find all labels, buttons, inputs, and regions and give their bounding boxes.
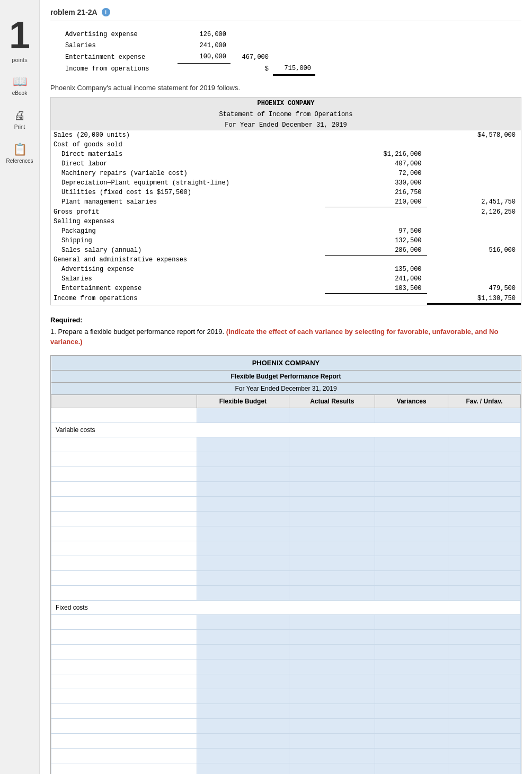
var-row-4: [51, 481, 521, 496]
col-header-blank: [51, 394, 197, 408]
cogs-plant-mgmt-label: Plant management salaries: [51, 197, 325, 207]
fix-row-3: [51, 644, 521, 659]
cogs-plant-mgmt-amount1: 210,000: [325, 197, 427, 207]
required-section: Required: 1. Prepare a flexible budget p…: [50, 316, 521, 347]
info-icon[interactable]: i: [102, 8, 110, 16]
cogs-direct-materials-amount: $1,216,000: [325, 149, 427, 159]
cogs-plant-mgmt-amount2: 2,451,750: [427, 197, 521, 207]
section-intro-text: Phoenix Company's actual income statemen…: [50, 84, 521, 92]
sidebar-item-print[interactable]: 🖨 Print: [0, 102, 39, 136]
col-header-fav-unfav: Fav. / Unfav.: [448, 394, 520, 408]
main-content: roblem 21-2A i Advertising expense 126,0…: [40, 0, 532, 774]
selling-salary-label: Sales salary (annual): [51, 245, 325, 256]
income-ops-amount: $1,130,750: [427, 294, 521, 304]
top-financial-data: Advertising expense 126,000 Salaries 241…: [50, 29, 521, 76]
gross-profit-label: Gross profit: [51, 207, 325, 217]
cogs-depreciation-label: Depreciation—Plant equipment (straight-l…: [51, 178, 325, 188]
sidebar: 1 points 📖 eBook 🖨 Print 📋 References: [0, 0, 40, 774]
print-icon: 🖨: [14, 109, 25, 122]
selling-salary-amount1: 286,000: [325, 245, 427, 256]
ga-entertainment-amount1: 103,500: [325, 284, 427, 294]
ga-advertising-amount: 135,000: [325, 265, 427, 274]
var-row-9: [51, 556, 521, 570]
col-header-variances: Variances: [375, 394, 448, 408]
col-header-flexible-budget: Flexible Budget: [197, 394, 289, 408]
cogs-direct-labor-amount: 407,000: [325, 159, 427, 169]
var-row-8: [51, 541, 521, 556]
cogs-machinery-label: Machinery repairs (variable cost): [51, 169, 325, 178]
ga-salaries-amount: 241,000: [325, 274, 427, 284]
selling-packaging-amount: 97,500: [325, 226, 427, 236]
fixed-costs-label: Fixed costs: [51, 600, 521, 614]
references-icon: 📋: [13, 143, 27, 156]
cogs-direct-labor-label: Direct labor: [51, 159, 325, 169]
var-row-1-favunfav[interactable]: [453, 441, 516, 448]
cogs-utilities-amount: 216,750: [325, 188, 427, 197]
income-title: Statement of Income from Operations: [51, 109, 521, 120]
var-row-2: [51, 452, 521, 467]
page-title: roblem 21-2A: [50, 8, 97, 16]
income-ops-label: Income from operations: [51, 294, 325, 304]
var-row-1-label[interactable]: [56, 441, 192, 448]
fix-row-4: [51, 659, 521, 674]
income-company-name: PHOENIX COMPANY: [51, 98, 521, 109]
gross-profit-amount: 2,126,250: [427, 207, 521, 217]
var-row-3: [51, 467, 521, 481]
ga-label: General and administrative expenses: [51, 255, 325, 265]
fix-row-10: [51, 748, 521, 763]
sidebar-item-ebook[interactable]: 📖 eBook: [0, 68, 39, 102]
income-statement-table: PHOENIX COMPANY Statement of Income from…: [50, 97, 521, 305]
flex-budget-table-wrapper: PHOENIX COMPANY Flexible Budget Performa…: [50, 355, 521, 774]
var-row-2-label[interactable]: [56, 455, 192, 463]
var-row-1: [51, 437, 521, 452]
col-header-actual-results: Actual Results: [289, 394, 375, 408]
selling-shipping-amount: 132,500: [325, 236, 427, 245]
fix-row-7: [51, 703, 521, 718]
income-period: For Year Ended December 31, 2019: [51, 120, 521, 130]
var-row-10: [51, 570, 521, 585]
var-row-1-flex[interactable]: [201, 441, 285, 448]
fix-row-8: [51, 718, 521, 733]
required-label: Required:: [50, 316, 521, 324]
ga-entertainment-label: Entertainment expense: [51, 284, 325, 294]
sales-amount: $4,578,000: [427, 130, 521, 140]
print-label: Print: [14, 124, 25, 130]
selling-salary-amount2: 516,000: [427, 245, 521, 256]
cogs-direct-materials-label: Direct materials: [51, 149, 325, 159]
ga-entertainment-amount2: 479,500: [427, 284, 521, 294]
required-text1: 1. Prepare a flexible budget performance…: [50, 328, 224, 336]
ga-advertising-label: Advertising expense: [51, 265, 325, 274]
cogs-utilities-label: Utilities (fixed cost is $157,500): [51, 188, 325, 197]
cogs-depreciation-amount: 330,000: [325, 178, 427, 188]
points-number: 1: [9, 5, 30, 57]
cogs-machinery-amount: 72,000: [325, 169, 427, 178]
selling-shipping-label: Shipping: [51, 236, 325, 245]
variable-costs-label: Variable costs: [51, 423, 521, 437]
sales-label: Sales (20,000 units): [51, 130, 325, 140]
flex-budget-table: PHOENIX COMPANY Flexible Budget Performa…: [51, 356, 521, 774]
page-header: roblem 21-2A i: [50, 8, 521, 21]
var-row-7: [51, 526, 521, 541]
flex-column-headers: Flexible Budget Actual Results Variances…: [51, 394, 521, 408]
ebook-label: eBook: [12, 90, 27, 96]
cogs-label: Cost of goods sold: [51, 140, 325, 149]
flex-title: Flexible Budget Performance Report: [51, 370, 521, 382]
empty-row-2: [51, 585, 521, 600]
var-row-1-actual[interactable]: [294, 441, 370, 448]
fix-row-11: [51, 763, 521, 774]
fix-row-6: [51, 689, 521, 703]
fix-row-5: [51, 674, 521, 689]
selling-label: Selling expenses: [51, 217, 325, 226]
flex-period: For Year Ended December 31, 2019: [51, 382, 521, 394]
var-row-5: [51, 496, 521, 511]
fix-row-2: [51, 629, 521, 644]
var-row-1-variance[interactable]: [379, 441, 443, 448]
fixed-costs-label-row: Fixed costs: [51, 600, 521, 614]
references-label: References: [6, 158, 33, 164]
empty-row-1: [51, 408, 521, 423]
fix-row-1: [51, 614, 521, 629]
ga-salaries-label: Salaries: [51, 274, 325, 284]
points-label: points: [12, 57, 27, 63]
var-row-6: [51, 511, 521, 526]
sidebar-item-references[interactable]: 📋 References: [0, 136, 39, 170]
